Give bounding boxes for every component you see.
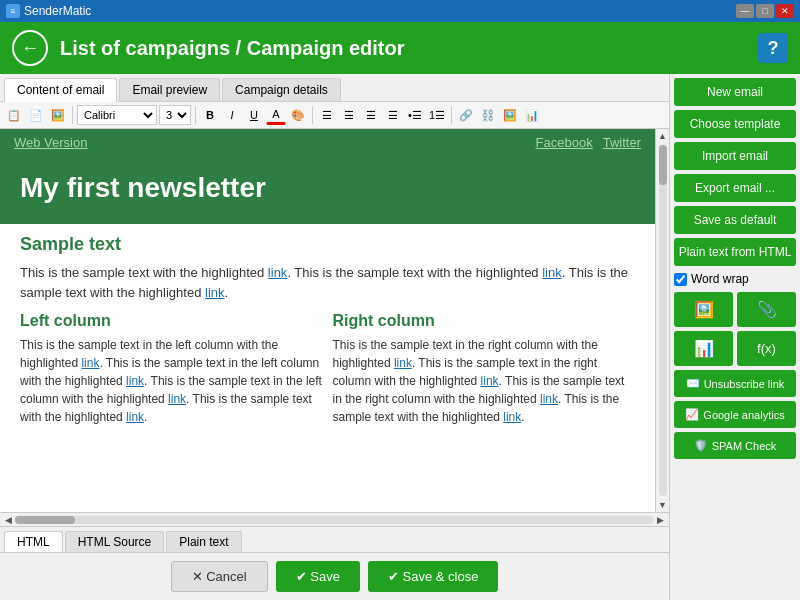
plain-text-from-html-button[interactable]: Plain text from HTML <box>674 238 796 266</box>
table-icon-btn[interactable]: 📊 <box>674 331 733 366</box>
toolbar-align-center-btn[interactable]: ☰ <box>339 105 359 125</box>
font-size-select[interactable]: 3 1 2 4 5 <box>159 105 191 125</box>
hscroll-thumb[interactable] <box>15 516 75 524</box>
left-link-3[interactable]: link <box>168 392 186 406</box>
word-wrap-row: Word wrap <box>674 270 796 288</box>
email-body: Sample text This is the sample text with… <box>0 224 655 446</box>
main-header: ← List of campaigns / Campaign editor ? <box>0 22 800 74</box>
editor-toolbar: 📋 📄 🖼️ Calibri Arial Times New Roman 3 1… <box>0 102 669 129</box>
left-column-heading: Left column <box>20 312 323 330</box>
right-link-4[interactable]: link <box>503 410 521 424</box>
toolbar-link-btn[interactable]: 🔗 <box>456 105 476 125</box>
attachment-icon-btn[interactable]: 📎 <box>737 292 796 327</box>
right-column-heading: Right column <box>333 312 636 330</box>
bottom-tab-bar: HTML HTML Source Plain text <box>0 526 669 552</box>
toolbar-italic-btn[interactable]: I <box>222 105 242 125</box>
twitter-link[interactable]: Twitter <box>603 135 641 150</box>
right-link-3[interactable]: link <box>540 392 558 406</box>
toolbar-justify-btn[interactable]: ☰ <box>383 105 403 125</box>
two-column-section: Left column This is the sample text in t… <box>20 312 635 436</box>
font-family-select[interactable]: Calibri Arial Times New Roman <box>77 105 157 125</box>
toolbar-ul-btn[interactable]: •☰ <box>405 105 425 125</box>
toolbar-table-btn[interactable]: 📊 <box>522 105 542 125</box>
toolbar-bgcolor-btn[interactable]: 🎨 <box>288 105 308 125</box>
toolbar-unlink-btn[interactable]: ⛓️ <box>478 105 498 125</box>
unsubscribe-link-button[interactable]: ✉️ Unsubscribe link <box>674 370 796 397</box>
cancel-button[interactable]: ✕ Cancel <box>171 561 268 592</box>
import-email-button[interactable]: Import email <box>674 142 796 170</box>
spam-check-button[interactable]: 🛡️ SPAM Check <box>674 432 796 459</box>
toolbar-fontcolor-btn[interactable]: A <box>266 105 286 125</box>
unsubscribe-icon: ✉️ <box>686 377 700 390</box>
choose-template-button[interactable]: Choose template <box>674 110 796 138</box>
toolbar-sep-2 <box>195 106 196 124</box>
toolbar-ol-btn[interactable]: 1☰ <box>427 105 447 125</box>
title-bar-text: SenderMatic <box>24 4 91 18</box>
email-hero-title: My first newsletter <box>20 172 635 204</box>
right-link-2[interactable]: link <box>481 374 499 388</box>
close-button[interactable]: ✕ <box>776 4 794 18</box>
right-column: Right column This is the sample text in … <box>333 312 636 436</box>
left-column: Left column This is the sample text in t… <box>20 312 323 436</box>
sample-link-3[interactable]: link <box>205 285 225 300</box>
image-icon-btn[interactable]: 🖼️ <box>674 292 733 327</box>
toolbar-sep-3 <box>312 106 313 124</box>
spam-icon: 🛡️ <box>694 439 708 452</box>
left-panel: Content of email Email preview Campaign … <box>0 74 670 600</box>
horizontal-scrollbar[interactable]: ◀ ▶ <box>0 512 669 526</box>
left-link-4[interactable]: link <box>126 410 144 424</box>
vscroll-down-arrow[interactable]: ▼ <box>658 498 667 512</box>
left-link-1[interactable]: link <box>81 356 99 370</box>
tab-html[interactable]: HTML <box>4 531 63 552</box>
toolbar-image-btn[interactable]: 🖼️ <box>48 105 68 125</box>
tab-campaign-details[interactable]: Campaign details <box>222 78 341 101</box>
title-bar: ≡ SenderMatic — □ ✕ <box>0 0 800 22</box>
tab-email-preview[interactable]: Email preview <box>119 78 220 101</box>
save-as-default-button[interactable]: Save as default <box>674 206 796 234</box>
right-panel: New email Choose template Import email E… <box>670 74 800 600</box>
hscroll-left-arrow[interactable]: ◀ <box>2 515 15 525</box>
web-version-link[interactable]: Web Version <box>14 135 87 150</box>
maximize-button[interactable]: □ <box>756 4 774 18</box>
hscroll-right-arrow[interactable]: ▶ <box>654 515 667 525</box>
toolbar-sep-1 <box>72 106 73 124</box>
toolbar-align-right-btn[interactable]: ☰ <box>361 105 381 125</box>
tab-html-source[interactable]: HTML Source <box>65 531 165 552</box>
toolbar-bold-btn[interactable]: B <box>200 105 220 125</box>
toolbar-copy-btn[interactable]: 📋 <box>4 105 24 125</box>
tab-plain-text[interactable]: Plain text <box>166 531 241 552</box>
email-header-bar: Web Version Facebook Twitter <box>0 129 655 156</box>
sample-text-heading: Sample text <box>20 234 635 255</box>
sample-link-1[interactable]: link <box>268 265 288 280</box>
toolbar-underline-btn[interactable]: U <box>244 105 264 125</box>
right-link-1[interactable]: link <box>394 356 412 370</box>
email-hero: My first newsletter <box>0 156 655 224</box>
right-column-body: This is the sample text in the right col… <box>333 336 636 426</box>
new-email-button[interactable]: New email <box>674 78 796 106</box>
toolbar-sep-4 <box>451 106 452 124</box>
hscroll-track[interactable] <box>15 516 654 524</box>
vscroll-track[interactable] <box>659 145 667 496</box>
analytics-icon: 📈 <box>685 408 699 421</box>
back-button[interactable]: ← <box>12 30 48 66</box>
minimize-button[interactable]: — <box>736 4 754 18</box>
export-email-button[interactable]: Export email ... <box>674 174 796 202</box>
function-icon-btn[interactable]: f(x) <box>737 331 796 366</box>
sample-link-2[interactable]: link <box>542 265 562 280</box>
save-close-button[interactable]: ✔ Save & close <box>368 561 499 592</box>
google-analytics-button[interactable]: 📈 Google analytics <box>674 401 796 428</box>
vscroll-up-arrow[interactable]: ▲ <box>658 129 667 143</box>
toolbar-insertimage-btn[interactable]: 🖼️ <box>500 105 520 125</box>
toolbar-align-left-btn[interactable]: ☰ <box>317 105 337 125</box>
left-link-2[interactable]: link <box>126 374 144 388</box>
tab-content-of-email[interactable]: Content of email <box>4 78 117 102</box>
action-buttons: ✕ Cancel ✔ Save ✔ Save & close <box>0 552 669 600</box>
email-editor[interactable]: Web Version Facebook Twitter My first ne… <box>0 129 655 512</box>
save-button[interactable]: ✔ Save <box>276 561 360 592</box>
toolbar-paste-btn[interactable]: 📄 <box>26 105 46 125</box>
word-wrap-checkbox[interactable] <box>674 273 687 286</box>
help-button[interactable]: ? <box>758 33 788 63</box>
vscroll-thumb[interactable] <box>659 145 667 185</box>
facebook-link[interactable]: Facebook <box>536 135 593 150</box>
vertical-scrollbar[interactable]: ▲ ▼ <box>655 129 669 512</box>
